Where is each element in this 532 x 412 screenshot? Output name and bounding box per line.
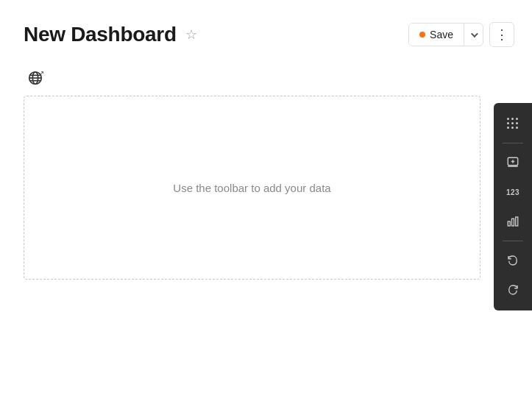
redo-icon [506,283,519,296]
header-right: Save ⋮ [408,22,514,47]
header-left: New Dashboard ☆ [24,23,197,46]
sidebar-number-button[interactable]: 123 [500,179,526,205]
sidebar-redo-button[interactable] [500,277,526,303]
save-status-dot [419,32,425,38]
number-label: 123 [506,188,519,196]
sidebar-divider-2 [503,241,523,241]
save-dropdown-button[interactable] [464,27,483,43]
sidebar-undo-button[interactable] [500,247,526,274]
right-sidebar: 123 [494,103,532,310]
canvas-area: Use the toolbar to add your data [24,96,480,280]
svg-rect-11 [516,217,518,226]
star-icon[interactable]: ☆ [185,28,197,41]
globe-arrow-icon: ↗ [38,69,44,77]
datasource-button[interactable]: ↗ [24,66,47,90]
sidebar-chart-button[interactable] [500,208,526,235]
svg-rect-9 [508,221,510,226]
empty-state-message: Use the toolbar to add your data [173,182,330,194]
chevron-down-icon [471,30,478,38]
toolbar-row: ↗ [0,66,532,96]
grid-icon [507,118,519,129]
save-button[interactable]: Save [409,24,464,46]
header: New Dashboard ☆ Save ⋮ [0,0,532,66]
page-title: New Dashboard [24,23,177,46]
save-button-group: Save [408,23,483,46]
svg-rect-10 [512,219,514,226]
undo-icon [506,254,519,267]
chart-icon [506,215,519,228]
sidebar-grid-button[interactable] [500,110,526,137]
sidebar-divider-1 [503,143,523,143]
save-label: Save [430,29,453,40]
add-panel-icon [506,156,519,169]
more-options-button[interactable]: ⋮ [489,22,514,47]
sidebar-add-panel-button[interactable] [500,149,526,176]
